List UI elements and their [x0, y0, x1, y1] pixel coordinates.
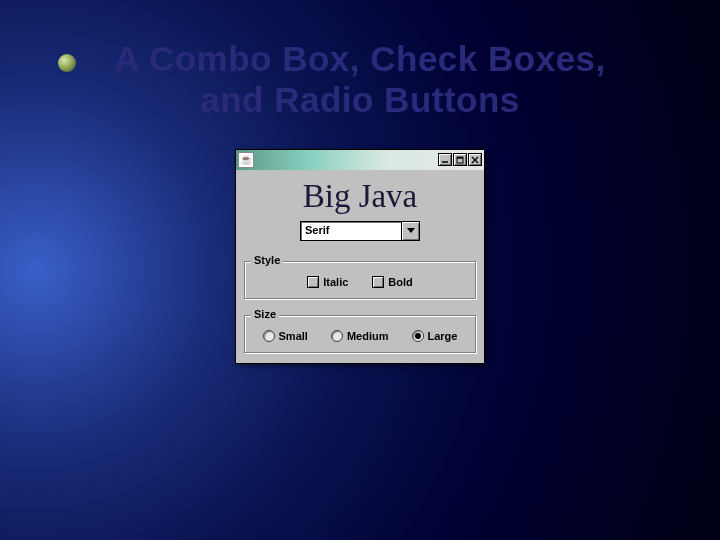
- close-icon: [471, 156, 479, 164]
- java-cup-icon: ☕: [238, 152, 254, 168]
- font-combo-button[interactable]: [402, 221, 420, 241]
- font-combo-value[interactable]: Serif: [300, 221, 402, 241]
- maximize-button[interactable]: [453, 153, 467, 166]
- size-group-label: Size: [251, 308, 279, 320]
- slide-bullet: [58, 54, 76, 72]
- checkbox-icon: [372, 276, 384, 288]
- preview-text: Big Java: [246, 178, 474, 215]
- titlebar: ☕: [236, 150, 484, 170]
- style-group-label: Style: [251, 254, 283, 266]
- size-row: Small Medium Large: [253, 330, 467, 342]
- window-controls: [438, 153, 482, 166]
- maximize-icon: [456, 156, 464, 164]
- medium-label: Medium: [347, 330, 389, 342]
- close-button[interactable]: [468, 153, 482, 166]
- preview-panel: Big Java Serif: [236, 170, 484, 245]
- bold-checkbox[interactable]: Bold: [372, 276, 412, 288]
- slide-title: A Combo Box, Check Boxes, and Radio Butt…: [114, 38, 606, 121]
- title-line-1: A Combo Box, Check Boxes,: [114, 39, 606, 78]
- large-label: Large: [428, 330, 458, 342]
- radio-icon: [263, 330, 275, 342]
- size-group: Size Small Medium Large: [244, 315, 476, 353]
- style-group: Style Italic Bold: [244, 261, 476, 299]
- italic-label: Italic: [323, 276, 348, 288]
- small-radio[interactable]: Small: [263, 330, 308, 342]
- large-radio[interactable]: Large: [412, 330, 458, 342]
- medium-radio[interactable]: Medium: [331, 330, 389, 342]
- radio-icon: [331, 330, 343, 342]
- minimize-icon: [441, 156, 449, 164]
- svg-marker-5: [407, 228, 415, 233]
- chevron-down-icon: [407, 228, 415, 234]
- italic-checkbox[interactable]: Italic: [307, 276, 348, 288]
- font-combo[interactable]: Serif: [300, 221, 420, 241]
- small-label: Small: [279, 330, 308, 342]
- title-line-2: and Radio Buttons: [200, 80, 520, 119]
- style-row: Italic Bold: [253, 276, 467, 288]
- radio-icon-selected: [412, 330, 424, 342]
- bold-label: Bold: [388, 276, 412, 288]
- minimize-button[interactable]: [438, 153, 452, 166]
- app-window: ☕ Big Java Serif Style Italic: [235, 149, 485, 364]
- checkbox-icon: [307, 276, 319, 288]
